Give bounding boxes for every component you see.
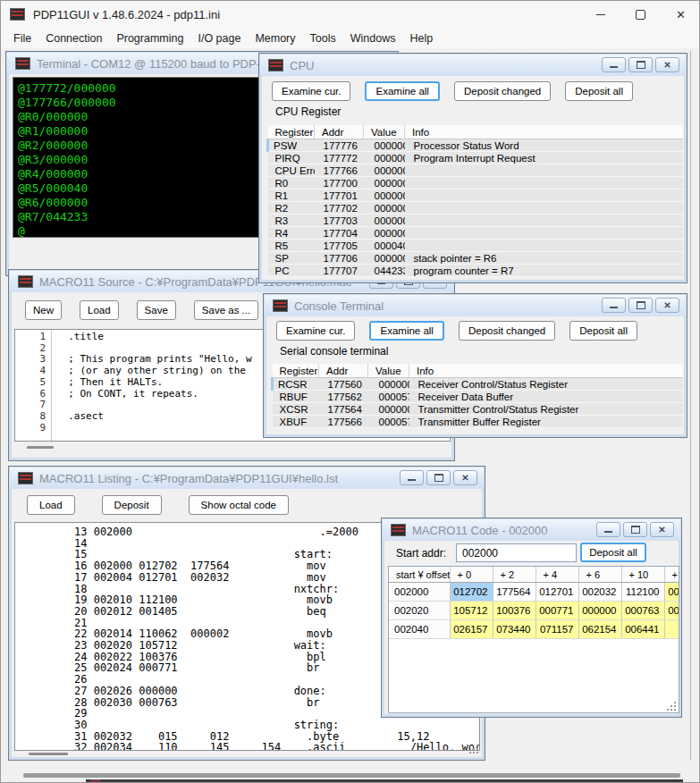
console-titlebar[interactable]: Console Terminal ✕ bbox=[265, 295, 686, 317]
background-window-sliver[interactable] bbox=[86, 779, 683, 783]
code-table-row[interactable]: 002040026157073440071157062154006441000 bbox=[389, 620, 679, 639]
column-header-plus2[interactable]: + 2 bbox=[493, 567, 536, 583]
listing-titlebar[interactable]: MACRO11 Listing - C:¥ProgramData¥PDP11GU… bbox=[10, 467, 484, 490]
column-header-info[interactable]: Info bbox=[405, 125, 684, 139]
column-header-plus0[interactable]: + 0 bbox=[450, 567, 493, 583]
table-row[interactable]: R4177704000000 bbox=[268, 227, 684, 240]
table-row[interactable]: PSW177776000000Processor Status Word bbox=[268, 139, 684, 152]
horizontal-scrollbar-thumb[interactable] bbox=[27, 446, 54, 449]
macro11-code-window: MACRO11 Code - 002000 ✕ Start addr: Depo… bbox=[381, 518, 682, 718]
menu-file[interactable]: File bbox=[6, 29, 38, 47]
minimize-button[interactable] bbox=[400, 470, 424, 485]
minimize-button[interactable] bbox=[580, 1, 620, 28]
examine-cur-button[interactable]: Examine cur. bbox=[272, 81, 350, 101]
table-row[interactable]: R0177700000000 bbox=[268, 177, 684, 189]
gutter-divider bbox=[51, 330, 52, 441]
examine-cur-button[interactable]: Examine cur. bbox=[276, 321, 355, 341]
close-button[interactable]: ✕ bbox=[655, 57, 679, 72]
deposit-changed-button[interactable]: Deposit changed bbox=[459, 321, 555, 341]
table-row[interactable]: PC177707044233program counter = R7 bbox=[268, 265, 684, 277]
deposit-changed-button[interactable]: Deposit changed bbox=[454, 81, 551, 101]
maximize-button[interactable] bbox=[623, 522, 647, 537]
minimize-icon bbox=[408, 479, 416, 481]
code-window-icon bbox=[391, 524, 406, 536]
cpu-titlebar[interactable]: CPU ✕ bbox=[260, 55, 686, 77]
close-button[interactable]: ✕ bbox=[661, 1, 700, 28]
column-header-info[interactable]: Info bbox=[409, 364, 684, 378]
source-code-text[interactable]: .title ; This program prints "Hello, w ;… bbox=[56, 332, 252, 423]
column-header-plus4[interactable]: + 4 bbox=[536, 567, 578, 583]
column-header-addr[interactable]: Addr bbox=[319, 364, 368, 378]
table-row[interactable]: RCSR177560000000Receiver Control/Status … bbox=[273, 378, 684, 391]
close-icon: ✕ bbox=[461, 474, 468, 483]
deposit-all-button[interactable]: Deposit all bbox=[580, 543, 646, 562]
load-button[interactable]: Load bbox=[80, 300, 119, 320]
menu-memory[interactable]: Memory bbox=[248, 29, 302, 47]
code-table-row[interactable]: 0020201057121003760007710000000007630050… bbox=[389, 602, 679, 620]
close-icon: ✕ bbox=[658, 526, 665, 535]
mdi-horizontal-scrollbar[interactable] bbox=[23, 773, 680, 778]
column-header-plus10[interactable]: + 10 bbox=[621, 567, 664, 583]
maximize-button[interactable] bbox=[628, 298, 653, 313]
table-row[interactable]: R2177702000000 bbox=[268, 202, 684, 215]
menu-io-page[interactable]: I/O page bbox=[190, 29, 248, 47]
start-addr-label: Start addr: bbox=[396, 547, 446, 560]
show-octal-code-button[interactable]: Show octal code bbox=[189, 495, 289, 515]
table-row[interactable]: RBUF177562000057Receiver Data Buffer bbox=[273, 391, 684, 403]
deposit-button[interactable]: Deposit bbox=[102, 495, 162, 515]
maximize-button[interactable] bbox=[620, 1, 661, 28]
mdi-right-edge bbox=[690, 51, 691, 761]
maximize-button[interactable] bbox=[426, 470, 451, 485]
deposit-all-button[interactable]: Deposit all bbox=[569, 321, 637, 341]
menu-help[interactable]: Help bbox=[402, 29, 440, 47]
column-header-start-offset[interactable]: start ¥ offset bbox=[389, 567, 450, 583]
minimize-button[interactable] bbox=[596, 522, 620, 537]
column-header-register[interactable]: Register bbox=[273, 364, 319, 378]
horizontal-scrollbar-thumb[interactable] bbox=[29, 753, 68, 755]
minimize-button[interactable] bbox=[602, 298, 626, 313]
column-header-plus12[interactable]: + 12 bbox=[664, 567, 679, 583]
maximize-icon bbox=[434, 474, 443, 482]
column-header-plus6[interactable]: + 6 bbox=[578, 567, 621, 583]
menu-windows[interactable]: Windows bbox=[343, 29, 403, 47]
cpu-register-table: Register Addr Value Info PSW177776000000… bbox=[266, 125, 683, 277]
maximize-icon bbox=[631, 526, 640, 534]
maximize-button[interactable] bbox=[628, 57, 653, 72]
load-button[interactable]: Load bbox=[27, 495, 75, 515]
table-row[interactable]: R3177703000000 bbox=[268, 215, 684, 227]
column-header-register[interactable]: Register bbox=[268, 125, 315, 139]
examine-all-button[interactable]: Examine all bbox=[365, 81, 439, 101]
code-titlebar[interactable]: MACRO11 Code - 002000 ✕ bbox=[383, 519, 680, 542]
menu-connection[interactable]: Connection bbox=[38, 29, 109, 47]
code-table-row[interactable]: 0020000127021775640127010020321121000014… bbox=[389, 583, 679, 602]
table-header-row: start ¥ offset + 0 + 2 + 4 + 6 + 10 + 12 bbox=[389, 567, 679, 583]
menu-programming[interactable]: Programming bbox=[109, 29, 190, 47]
pdp11gui-app-window: PDP11GUI v 1.48.6.2024 - pdp11.ini ✕ Fil… bbox=[0, 0, 700, 783]
deposit-all-button[interactable]: Deposit all bbox=[565, 81, 633, 101]
table-row[interactable]: CPU Error177766000000 bbox=[268, 164, 684, 177]
menu-tools[interactable]: Tools bbox=[303, 29, 343, 47]
table-row[interactable]: PIRQ177772000000Program Interrupt Reques… bbox=[268, 152, 684, 164]
close-button[interactable]: ✕ bbox=[655, 298, 679, 313]
close-button[interactable]: ✕ bbox=[453, 470, 477, 485]
column-header-addr[interactable]: Addr bbox=[315, 125, 364, 139]
table-row[interactable]: R1177701000000 bbox=[268, 189, 684, 202]
column-header-value[interactable]: Value bbox=[368, 364, 409, 378]
table-row[interactable]: SP177706000000stack pointer = R6 bbox=[268, 252, 684, 265]
column-header-value[interactable]: Value bbox=[364, 125, 405, 139]
resize-grip[interactable] bbox=[468, 743, 479, 754]
minimize-button[interactable] bbox=[602, 57, 626, 72]
examine-all-button[interactable]: Examine all bbox=[369, 321, 443, 341]
start-addr-input[interactable] bbox=[456, 543, 577, 562]
minimize-icon bbox=[604, 531, 612, 533]
table-row[interactable]: XBUF177566000057Transmitter Buffer Regis… bbox=[273, 416, 684, 428]
save-button[interactable]: Save bbox=[137, 300, 176, 320]
terminal-window-icon bbox=[15, 57, 30, 70]
close-button[interactable]: ✕ bbox=[650, 522, 674, 537]
resize-grip[interactable] bbox=[665, 700, 677, 711]
new-button[interactable]: New bbox=[25, 300, 62, 320]
main-titlebar[interactable]: PDP11GUI v 1.48.6.2024 - pdp11.ini ✕ bbox=[1, 1, 700, 28]
save-as-button[interactable]: Save as ... bbox=[194, 300, 258, 320]
table-row[interactable]: XCSR177564000000Transmitter Control/Stat… bbox=[273, 403, 684, 416]
table-row[interactable]: R5177705000040 bbox=[268, 240, 684, 252]
